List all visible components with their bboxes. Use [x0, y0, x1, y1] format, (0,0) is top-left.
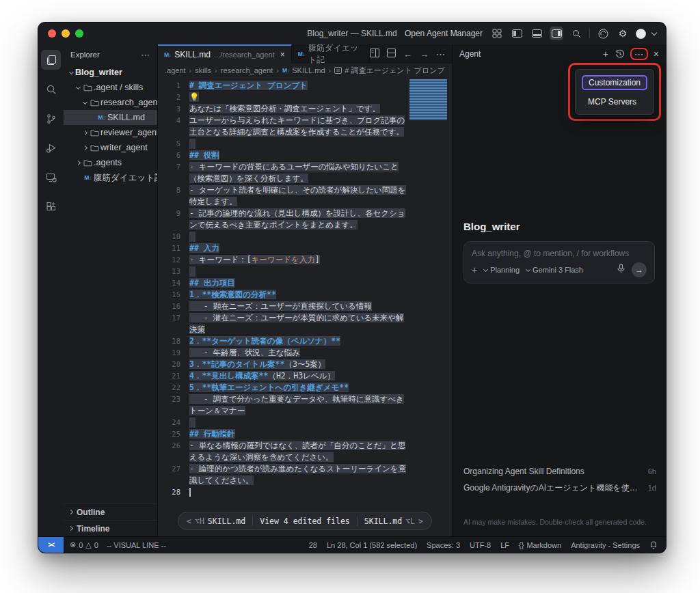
editor-line[interactable]: 151．**検索意図の分析** — [158, 289, 407, 301]
breadcrumb[interactable]: .agent›skills›research_agent›M↓SKILL.md›… — [158, 64, 452, 77]
view-edited-files-button[interactable]: View 4 edited files — [252, 516, 357, 526]
editor-line[interactable]: 12- キーワード：[キーワードを入力] — [158, 254, 407, 266]
line-content[interactable]: 3．**記事のタイトル案**（3〜5案） — [189, 359, 407, 370]
editor-line[interactable]: 3あなたは「検索意図分析・調査エージェント」です。 — [158, 103, 407, 115]
line-content[interactable]: - 単なる情報の羅列ではなく、読者が「自分のことだ」と思えるような深い洞察を含め… — [189, 440, 407, 463]
line-content[interactable]: - 顕在ニーズ：ユーザーが直接探している情報 — [189, 301, 407, 312]
model-selector[interactable]: Gemini 3 Flash — [526, 266, 583, 274]
editor-line[interactable]: 25## 行動指針 — [158, 428, 407, 440]
editor-line[interactable]: 24 — [158, 417, 407, 428]
history-item[interactable]: Google AntigravityのAIエージェント機能を使い、最...1d — [463, 482, 656, 498]
indentation-indicator[interactable]: Spaces: 3 — [427, 541, 460, 549]
breadcrumb-item[interactable]: research_agent — [221, 66, 273, 74]
tree-item--agent-skills[interactable]: .agent / skills — [64, 80, 157, 95]
line-content[interactable]: ## 入力 — [189, 243, 407, 254]
line-content[interactable] — [189, 231, 407, 243]
editor-line[interactable]: 28 — [158, 486, 407, 498]
encoding-indicator[interactable]: UTF-8 — [470, 541, 491, 549]
open-preview-icon[interactable] — [370, 48, 379, 60]
eol-indicator[interactable]: LF — [500, 541, 509, 549]
line-content[interactable]: ## 行動指針 — [189, 428, 407, 440]
tree-item--agents[interactable]: .agents — [64, 155, 157, 170]
line-content[interactable]: 4．**見出し構成案**（H2，H3レベル） — [189, 370, 407, 382]
toggle-right-panel-icon[interactable] — [550, 27, 563, 40]
line-content[interactable]: ## 役割 — [189, 150, 407, 161]
editor[interactable]: 1# 調査エージェント プロンプト2💡3あなたは「検索意図分析・調査エージェント… — [158, 77, 452, 536]
line-count-indicator[interactable]: 28 — [309, 541, 317, 549]
line-content[interactable]: - 調査で分かった重要なデータや、執筆時に意識すべきトーン＆マナー — [189, 394, 407, 417]
microphone-icon[interactable] — [617, 264, 625, 276]
chat-input[interactable]: Ask anything, @ to mention, / for workfl… — [463, 241, 655, 284]
minimize-window-button[interactable] — [62, 29, 70, 38]
editor-line[interactable]: 1# 調査エージェント プロンプト — [158, 80, 407, 92]
editor-line[interactable]: 2💡 — [158, 92, 407, 103]
line-content[interactable] — [189, 138, 407, 150]
prev-edited-file-button[interactable]: < ⌥H SKILL.md — [180, 516, 252, 526]
problems-indicator[interactable]: ⊗0 △0 — [70, 540, 98, 549]
editor-line[interactable]: 7- キーワードの背景にあるユーザーの悩みや知りたいこと（検索意図）を深く分析し… — [158, 161, 407, 184]
tree-item-research_agent[interactable]: research_agent — [64, 95, 157, 110]
tree-item-reviewer_agent[interactable]: reviewer_agent — [64, 125, 157, 140]
run-debug-icon[interactable] — [41, 138, 61, 158]
editor-line[interactable]: 23 - 調査で分かった重要なデータや、執筆時に意識すべきトーン＆マナー — [158, 394, 407, 417]
line-content[interactable]: - 記事の論理的な流れ（見出し構成）を設計し、各セクションで伝えるべき主要なポイ… — [189, 208, 407, 231]
editor-line[interactable]: 26- 単なる情報の羅列ではなく、読者が「自分のことだ」と思えるような深い洞察を… — [158, 440, 407, 463]
tree-item--[interactable]: M↓腹筋ダイエット記... — [64, 170, 157, 185]
sidebar-section-timeline[interactable]: Timeline — [64, 520, 157, 536]
tree-item-blog_writer[interactable]: Blog_writer — [64, 65, 157, 80]
settings-gear-icon[interactable]: ⚙ — [616, 27, 630, 40]
history-icon[interactable] — [615, 49, 625, 59]
editor-line[interactable]: 225．**執筆エージェントへの引き継ぎメモ** — [158, 382, 407, 394]
line-content[interactable] — [189, 417, 407, 428]
breadcrumb-item[interactable]: M↓SKILL.md — [282, 66, 325, 74]
cursor-position-indicator[interactable]: Ln 28, Col 1 (582 selected) — [327, 541, 417, 549]
close-panel-icon[interactable]: × — [654, 49, 659, 59]
editor-tab-active[interactable]: M↓SKILL.md.../research_agent× — [158, 44, 292, 64]
line-content[interactable]: - 年齢層、状況、主な悩み — [189, 347, 407, 359]
settings-sync-indicator[interactable]: Antigravity - Settings — [571, 541, 640, 549]
line-content[interactable]: 1．**検索意図の分析** — [189, 289, 407, 301]
editor-line[interactable]: 5 — [158, 138, 407, 150]
editor-line[interactable]: 10 — [158, 231, 407, 243]
new-conversation-icon[interactable]: + — [603, 49, 608, 59]
line-content[interactable]: ユーザーから与えられたキーワードに基づき、ブログ記事の土台となる詳細な調査と構成… — [189, 115, 407, 138]
source-control-icon[interactable] — [41, 109, 61, 128]
explorer-more-actions-icon[interactable]: ⋯ — [141, 50, 150, 60]
explorer-icon[interactable] — [41, 50, 61, 70]
open-agent-manager-button[interactable]: Open Agent Manager — [405, 29, 483, 38]
editor-tab-inactive[interactable]: M↓腹筋ダイエット記 — [292, 44, 370, 64]
navigate-forward-icon[interactable]: → — [420, 49, 429, 59]
line-content[interactable]: 💡 — [189, 92, 407, 103]
agent-manager-icon[interactable] — [490, 27, 504, 40]
line-content[interactable]: 2．**ターゲット読者の像（ペルソナ）** — [189, 335, 407, 347]
history-item[interactable]: Organizing Agent Skill Definitions6h — [463, 467, 656, 482]
account-chevron-icon[interactable] — [651, 29, 657, 35]
mode-selector[interactable]: Planning — [484, 266, 520, 274]
split-editor-icon[interactable] — [387, 48, 396, 60]
editor-line[interactable]: 6## 役割 — [158, 150, 407, 161]
editor-line[interactable]: 14## 出力項目 — [158, 277, 407, 289]
menu-item-mcp-servers[interactable]: MCP Servers — [582, 95, 647, 109]
line-content[interactable]: - キーワード：[キーワードを入力] — [189, 254, 407, 266]
menu-item-customization[interactable]: Customization — [582, 75, 647, 90]
editor-line[interactable]: 17 - 潜在ニーズ：ユーザーが本質的に求めている未来や解決策 — [158, 312, 407, 335]
line-content[interactable]: - キーワードの背景にあるユーザーの悩みや知りたいこと（検索意図）を深く分析しま… — [189, 161, 407, 184]
attach-icon[interactable]: + — [472, 264, 477, 275]
sidebar-section-outline[interactable]: Outline — [64, 504, 157, 520]
line-content[interactable]: あなたは「検索意図分析・調査エージェント」です。 — [189, 103, 407, 115]
remote-indicator[interactable]: >< — [38, 537, 64, 553]
notifications-icon[interactable] — [649, 540, 658, 549]
editor-line[interactable]: 27- 論理的かつ読者が読み進めたくなるストーリーラインを意識してください。 — [158, 463, 407, 486]
line-content[interactable]: 5．**執筆エージェントへの引き継ぎメモ** — [189, 382, 407, 394]
panel-more-actions-icon[interactable]: ⋯ — [634, 49, 644, 59]
breadcrumb-item[interactable]: .agent — [165, 66, 186, 74]
search-sidebar-icon[interactable] — [41, 79, 61, 99]
editor-line[interactable]: 182．**ターゲット読者の像（ペルソナ）** — [158, 335, 407, 347]
breadcrumb-item[interactable]: skills — [195, 66, 211, 74]
avatar[interactable] — [636, 29, 646, 39]
zoom-window-button[interactable] — [75, 29, 83, 38]
minimap[interactable] — [409, 79, 447, 120]
editor-line[interactable]: 9- 記事の論理的な流れ（見出し構成）を設計し、各セクションで伝えるべき主要なポ… — [158, 208, 407, 231]
editor-line[interactable]: 13 — [158, 266, 407, 277]
next-edited-file-button[interactable]: SKILL.md ⌥L > — [357, 516, 430, 526]
